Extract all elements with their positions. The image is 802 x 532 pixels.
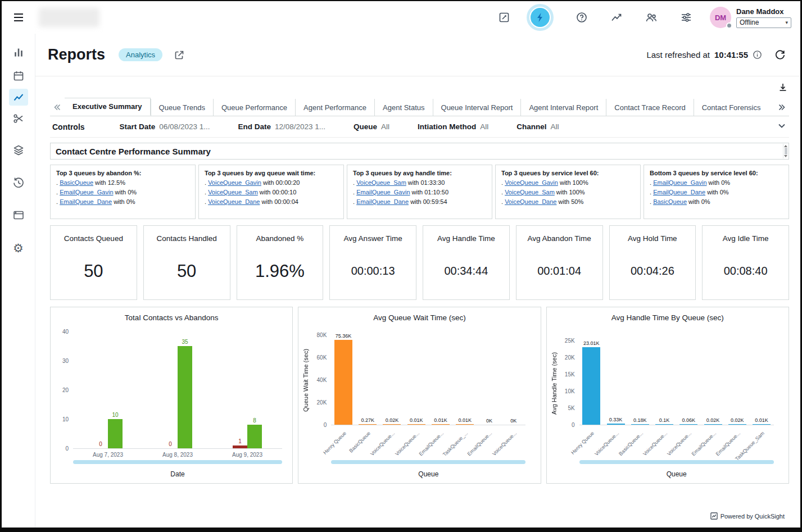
summary-scrollbar[interactable] (783, 144, 788, 158)
controls-bar: Controls Start Date06/08/2023 1...End Da… (50, 116, 789, 138)
chart-total-contacts-vs-abandons: Total Contacts vs Abandons40302010001003… (50, 307, 293, 484)
y-tick-label: 0 (298, 422, 327, 428)
queue-link[interactable]: EmailQueue_Dane (356, 198, 409, 205)
chart-title: Avg Handle Time By Queue (sec) (547, 313, 789, 322)
bar[interactable] (655, 424, 673, 425)
filter-start-date[interactable]: Start Date06/08/2023 1... (120, 122, 210, 131)
tab-executive-summary[interactable]: Executive Summary (65, 98, 151, 116)
tabs-scroll-right-button[interactable] (774, 99, 789, 116)
tab-queue-trends[interactable]: Queue Trends (151, 99, 213, 116)
chart-scrollbar[interactable] (579, 460, 774, 464)
preferences-button[interactable] (679, 11, 693, 24)
kpi-card-avg-idle-time: Avg Idle Time00:08:40 (702, 225, 789, 300)
bar[interactable] (456, 424, 474, 425)
metrics-button[interactable] (610, 11, 623, 24)
summary-item-rest: with 0% (112, 198, 135, 205)
queue-link[interactable]: EmailQueue_Gavin (356, 189, 410, 195)
kpi-value-wrap: 00:04:26 (631, 243, 674, 299)
bar[interactable] (178, 346, 192, 448)
open-in-new-button[interactable] (174, 49, 185, 61)
summary-item-rest: with 0% (705, 189, 729, 195)
kpi-value: 50 (84, 261, 103, 281)
filter-channel[interactable]: ChannelAll (516, 122, 559, 131)
agents-button[interactable] (645, 11, 658, 24)
tab-contact-forensics[interactable]: Contact Forensics (694, 99, 769, 116)
last-refreshed-label: Last refreshed at (646, 50, 710, 60)
kpi-title: Contacts Queued (64, 234, 123, 243)
hamburger-menu-icon (12, 11, 25, 24)
queue-link[interactable]: EmailQueue_Dane (653, 189, 705, 195)
bar[interactable] (407, 424, 425, 425)
kpi-card-abandoned: Abandoned %1.96% (237, 225, 324, 300)
bar[interactable] (233, 445, 247, 448)
chart-scrollbar[interactable] (73, 460, 282, 464)
hamburger-menu-button[interactable] (2, 1, 35, 34)
queue-link[interactable]: VoiceQueue_Dane (208, 198, 260, 205)
sidebar-item-routing[interactable] (9, 110, 28, 127)
kpi-card-avg-answer-time: Avg Answer Time00:00:13 (329, 225, 416, 300)
tab-agent-performance[interactable]: Agent Performance (295, 99, 374, 116)
realtime-bolt-button[interactable] (527, 4, 554, 31)
queue-link[interactable]: VoiceQueue_Gavin (505, 179, 558, 186)
bar[interactable] (383, 424, 401, 425)
bar[interactable] (607, 424, 625, 425)
external-link-icon (174, 49, 185, 61)
summary-item-rest: with 01:33:30 (406, 179, 445, 186)
queue-link[interactable]: VoiceQueue_Gavin (208, 179, 261, 186)
bar[interactable] (753, 424, 771, 425)
y-tick-label: 0 (547, 422, 575, 428)
bar[interactable] (359, 424, 377, 425)
sidebar-item-metrics[interactable] (9, 44, 28, 61)
refresh-button[interactable] (774, 49, 786, 61)
status-value: Offline (740, 19, 759, 26)
help-button[interactable] (575, 11, 588, 24)
bar[interactable] (631, 424, 649, 425)
bar[interactable] (334, 340, 352, 425)
filter-queue[interactable]: QueueAll (354, 122, 389, 131)
queue-link[interactable]: VoiceQueue_Sam (208, 189, 258, 195)
sidebar-item-schedule[interactable] (9, 67, 28, 84)
tab-contact-trace-record[interactable]: Contact Trace Record (606, 99, 693, 116)
queue-link[interactable]: BasicQueue (653, 198, 687, 205)
bar[interactable] (247, 425, 262, 448)
controls-collapse-button[interactable] (777, 121, 787, 133)
queue-link[interactable]: BasicQueue (60, 179, 93, 186)
chart-x-axis-label: Queue (331, 470, 525, 478)
sidebar-item-settings[interactable]: ⚙ (9, 239, 28, 256)
bar[interactable] (432, 424, 450, 425)
bar[interactable] (108, 419, 123, 448)
sidebar-item-queues[interactable] (9, 142, 28, 158)
status-select[interactable]: Offline ▾ (736, 17, 791, 28)
help-icon (576, 11, 588, 24)
sidebar-item-history[interactable] (9, 174, 28, 191)
chevron-left-double-icon (53, 103, 62, 112)
tabs-scroll-left-button[interactable] (50, 99, 65, 116)
queue-link[interactable]: VoiceQueue_Sam (505, 189, 555, 195)
bar[interactable] (728, 424, 746, 425)
notes-button[interactable] (497, 11, 511, 24)
queue-link[interactable]: VoiceQueue_Sam (356, 179, 406, 186)
summary-card-top-3-queues-by-avg-handle-time: Top 3 queues by avg handle time:. VoiceQ… (347, 165, 492, 219)
queue-link[interactable]: EmailQueue_Gavin (653, 179, 706, 186)
x-tick-label: Aug 8, 2023 (143, 452, 212, 458)
refresh-info-button[interactable] (753, 50, 762, 60)
sidebar-item-workspace[interactable] (9, 207, 28, 224)
tab-agent-status[interactable]: Agent Status (374, 99, 432, 116)
bar[interactable] (679, 424, 697, 425)
y-tick-label: 20K (298, 399, 327, 406)
filter-intiation-method[interactable]: Intiation MethodAll (418, 122, 488, 131)
bar[interactable] (704, 424, 722, 425)
queue-link[interactable]: VoiceQueue_Dane (505, 198, 556, 205)
tab-agent-interval-report[interactable]: Agent Interval Report (520, 99, 606, 116)
kpi-value: 00:04:26 (631, 265, 674, 278)
chart-scrollbar[interactable] (331, 460, 525, 464)
filter-end-date[interactable]: End Date12/08/2023 1... (238, 122, 325, 131)
tab-queue-interval-report[interactable]: Queue Interval Report (433, 99, 521, 116)
queue-link[interactable]: EmailQueue_Gavin (60, 189, 113, 195)
bar[interactable] (582, 347, 600, 425)
sidebar-item-reports[interactable] (9, 89, 28, 106)
avatar[interactable]: DM (710, 7, 731, 28)
tab-queue-performance[interactable]: Queue Performance (213, 99, 295, 116)
download-button[interactable] (778, 82, 788, 94)
queue-link[interactable]: EmailQueue_Dane (60, 198, 112, 205)
